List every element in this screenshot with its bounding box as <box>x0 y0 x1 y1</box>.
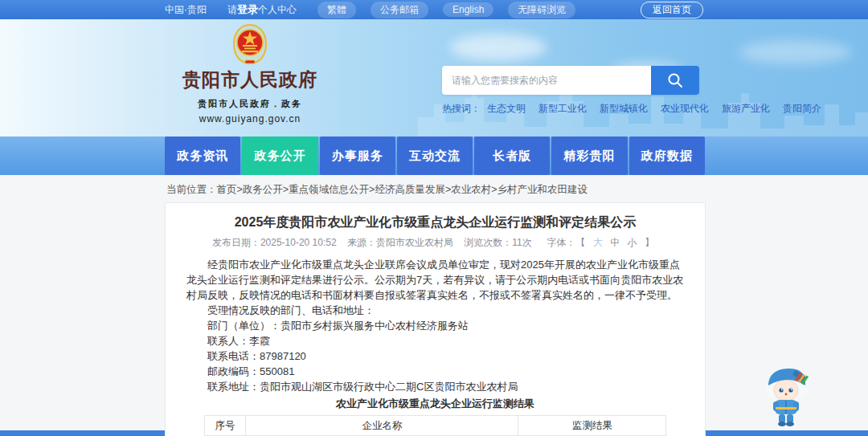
font-size-bracket-close: 】 <box>645 237 654 248</box>
article-meta: 发布日期：2025-10-20 10:52 来源：贵阳市农业农村局 浏览次数：1… <box>186 236 684 250</box>
paragraph-contact-person: 联系人：李霞 <box>186 333 684 348</box>
article-source: 来源：贵阳市农业农村局 <box>347 237 453 248</box>
header-result: 监测结果 <box>518 416 666 436</box>
login-prefix: 请 <box>227 4 237 15</box>
hot-word-4[interactable]: 农业现代化 <box>661 102 709 116</box>
font-size-widget: 字体：【大中小】 <box>542 237 658 248</box>
hot-word-6[interactable]: 贵阳简介 <box>783 102 821 116</box>
publish-date: 发布日期：2025-10-20 10:52 <box>212 237 337 248</box>
main-navbar: 政务资讯 政务公开 办事服务 互动交流 长者版 精彩贵阳 政府数据 <box>0 137 868 175</box>
monitoring-result-table: 序号 企业名称 监测结果 1 贵州合力超市采购有限公司 合格 2 贵州友禾种业有… <box>204 415 667 436</box>
login-bold: 登录 <box>237 3 258 15</box>
header-company-name: 企业名称 <box>246 416 518 436</box>
font-size-large-button[interactable]: 大 <box>593 237 603 248</box>
header-banner: 贵阳市人民政府 贵阳市人民政府．政务 www.guiyang.gov.cn 热搜… <box>0 19 868 137</box>
paragraph-postal-code: 邮政编码：550081 <box>186 364 684 379</box>
hot-word-2[interactable]: 新型工业化 <box>538 102 587 116</box>
mascot-assistant[interactable] <box>760 363 815 427</box>
nav-item-zhengfu-shuju[interactable]: 政府数据 <box>629 137 705 175</box>
article-card: 2025年度贵阳市农业产业化市级重点龙头企业运行监测和评定结果公示 发布日期：2… <box>165 202 706 436</box>
national-emblem-icon <box>231 24 268 66</box>
top-utility-bar: 中国·贵阳 请登录个人中心 繁體 公务邮箱 English 无障碍浏览 返回首页 <box>0 0 868 19</box>
site-title: 贵阳市人民政府 <box>182 67 318 92</box>
table-caption: 农业产业化市级重点龙头企业运行监测结果 <box>186 397 684 411</box>
english-link[interactable]: English <box>443 2 493 17</box>
paragraph-contact-phone: 联系电话：87987120 <box>186 348 684 364</box>
paragraph-contact-address: 联系地址：贵阳市观山湖区市级行政中心二期C区贵阳市农业农村局 <box>186 379 684 394</box>
login-suffix: 个人中心 <box>258 4 297 15</box>
table-header-row: 序号 企业名称 监测结果 <box>204 416 666 436</box>
accessibility-link[interactable]: 无障碍浏览 <box>508 2 575 18</box>
hot-word-1[interactable]: 生态文明 <box>487 102 526 116</box>
header-seq: 序号 <box>204 416 246 436</box>
paragraph-department: 部门（单位）：贵阳市乡村振兴服务中心农村经济服务站 <box>186 318 684 333</box>
paragraph-acceptance-intro: 受理情况反映的部门、电话和地址： <box>186 303 684 318</box>
breadcrumb-path[interactable]: 首页>政务公开>重点领域信息公开>经济高质量发展>农业农村>乡村产业和农田建设 <box>217 184 588 195</box>
font-size-medium-button[interactable]: 中 <box>610 237 620 248</box>
breadcrumb: 当前位置：首页>政务公开>重点领域信息公开>经济高质量发展>农业农村>乡村产业和… <box>166 183 868 197</box>
return-home-button[interactable]: 返回首页 <box>641 2 703 18</box>
hot-search-row: 热搜词： 生态文明 新型工业化 新型城镇化 农业现代化 旅游产业化 贵阳简介 <box>442 102 707 116</box>
nav-item-zhangzheban[interactable]: 长者版 <box>474 137 550 175</box>
search-button[interactable] <box>651 66 699 95</box>
nav-item-hudong-jiaoliu[interactable]: 互动交流 <box>397 137 473 175</box>
site-subtitle: 贵阳市人民政府．政务 <box>182 98 318 110</box>
nav-item-jingcai-guiyang[interactable]: 精彩贵阳 <box>551 137 627 175</box>
nav-item-zhengwu-zixun[interactable]: 政务资讯 <box>165 137 240 175</box>
cloud-decoration <box>450 34 547 61</box>
search-input[interactable] <box>442 66 651 95</box>
login-link[interactable]: 请登录个人中心 <box>227 2 297 17</box>
search-icon <box>667 72 683 88</box>
article-body: 经贵阳市农业产业化市级重点龙头企业联席会议成员单位审定，现对2025年开展的农业… <box>186 257 684 436</box>
cloud-decoration <box>739 40 852 64</box>
official-mail-link[interactable]: 公务邮箱 <box>371 2 428 18</box>
hot-search-label: 热搜词： <box>442 102 481 116</box>
nav-item-banshi-fuwu[interactable]: 办事服务 <box>320 137 395 175</box>
paragraph-announcement: 经贵阳市农业产业化市级重点龙头企业联席会议成员单位审定，现对2025年开展的农业… <box>186 257 684 303</box>
site-logo-block[interactable]: 贵阳市人民政府 贵阳市人民政府．政务 www.guiyang.gov.cn <box>182 24 318 124</box>
breadcrumb-label: 当前位置： <box>166 184 217 195</box>
font-size-small-button[interactable]: 小 <box>627 237 637 248</box>
search-area: 热搜词： 生态文明 新型工业化 新型城镇化 农业现代化 旅游产业化 贵阳简介 <box>442 66 707 116</box>
hot-word-5[interactable]: 旅游产业化 <box>722 102 770 116</box>
hot-word-3[interactable]: 新型城镇化 <box>600 102 648 116</box>
view-count: 浏览次数：11次 <box>464 237 531 248</box>
region-link[interactable]: 中国·贵阳 <box>165 3 207 17</box>
font-size-label: 字体：【 <box>547 237 585 248</box>
site-url: www.guiyang.gov.cn <box>182 113 318 124</box>
nav-item-zhengwu-gongkai[interactable]: 政务公开 <box>242 137 317 175</box>
traditional-chinese-link[interactable]: 繁體 <box>317 2 356 18</box>
article-title: 2025年度贵阳市农业产业化市级重点龙头企业运行监测和评定结果公示 <box>186 214 684 230</box>
